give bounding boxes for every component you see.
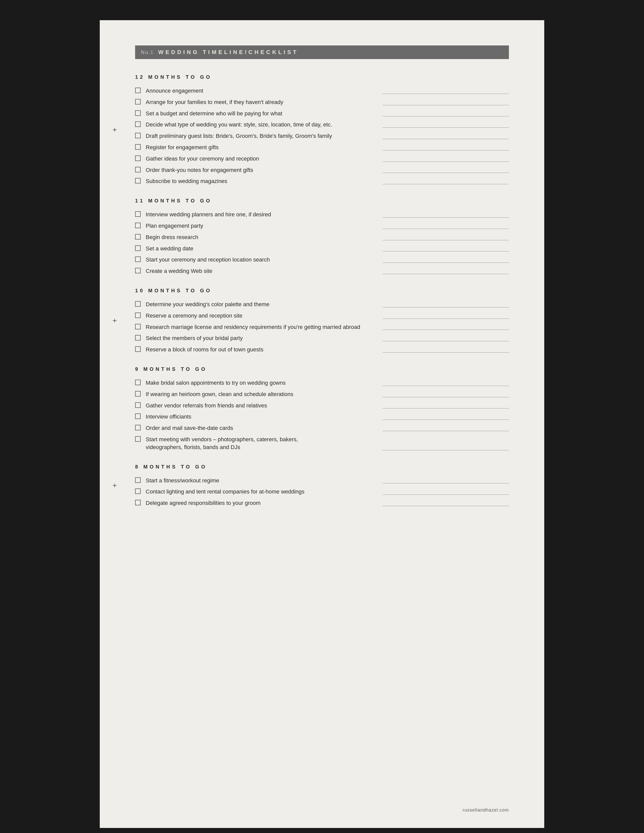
item-text: Reserve a block of rooms for out of town… [146,346,375,354]
checklist-item: Draft preliminary guest lists: Bride's, … [135,132,509,140]
checkbox[interactable] [135,178,141,183]
checkbox[interactable] [135,380,141,385]
item-text: Research marriage license and residency … [146,323,375,331]
item-text: Arrange for your families to meet, if th… [146,98,375,106]
item-line [383,240,509,240]
page: No.1 WEDDING TIMELINE/CHECKLIST +12 MONT… [100,20,544,828]
item-text: Decide what type of wedding you want: st… [146,121,375,129]
item-text: Begin dress research [146,233,375,241]
checkbox[interactable] [135,245,141,251]
checklist-item: Reserve a ceremony and reception site [135,312,509,320]
checklist-item: If wearing an heirloom gown, clean and s… [135,391,509,398]
item-text: If wearing an heirloom gown, clean and s… [146,391,375,398]
plus-icon[interactable]: + [113,125,117,135]
item-text: Determine your wedding's color palette a… [146,301,375,309]
section-12-months: +12 MONTHS TO GOAnnounce engagementArran… [135,74,509,185]
checklist-item: Select the members of your bridal party [135,334,509,342]
checklist-item: Interview officiants [135,413,509,421]
checkbox[interactable] [135,234,141,240]
item-text: Announce engagement [146,87,375,95]
checklist-item: Start meeting with vendors – photographe… [135,436,509,451]
item-line [383,420,509,420]
section-heading-10-months: 10 MONTHS TO GO [135,288,509,294]
checklist-item: Gather vendor referrals from friends and… [135,402,509,410]
item-line [383,341,509,341]
item-text: Delegate agreed responsibilities to your… [146,499,375,507]
checkbox[interactable] [135,402,141,408]
item-text: Select the members of your bridal party [146,334,375,342]
header-title: WEDDING TIMELINE/CHECKLIST [158,49,298,56]
item-line [383,116,509,116]
section-9-months: 9 MONTHS TO GOMake bridal salon appointm… [135,366,509,451]
checklist-item: Contact lighting and tent rental compani… [135,488,509,496]
item-text: Order thank-you notes for engagement gif… [146,166,375,174]
header-bar: No.1 WEDDING TIMELINE/CHECKLIST [135,45,509,59]
item-line [383,408,509,408]
checkbox[interactable] [135,489,141,494]
checkbox[interactable] [135,99,141,105]
item-line [383,318,509,319]
sections-container: +12 MONTHS TO GOAnnounce engagementArran… [135,74,509,507]
item-text: Interview officiants [146,413,375,421]
item-line [383,105,509,105]
checkbox[interactable] [135,167,141,172]
checkbox[interactable] [135,156,141,161]
checkbox[interactable] [135,133,141,138]
checkbox[interactable] [135,346,141,352]
item-text: Make bridal salon appointments to try on… [146,379,375,387]
checkbox[interactable] [135,88,141,93]
checklist-item: Delegate agreed responsibilities to your… [135,499,509,507]
item-line [383,450,509,450]
item-line [383,127,509,128]
section-heading-12-months: 12 MONTHS TO GO [135,74,509,80]
checkbox[interactable] [135,324,141,330]
checkbox[interactable] [135,268,141,273]
header-no: No.1 [141,49,153,56]
checkbox[interactable] [135,335,141,341]
item-text: Start your ceremony and reception locati… [146,256,375,264]
item-line [383,139,509,139]
item-text: Draft preliminary guest lists: Bride's, … [146,132,375,140]
item-text: Start meeting with vendors – photographe… [146,436,375,451]
checkbox[interactable] [135,223,141,228]
checklist-item: Reserve a block of rooms for out of town… [135,346,509,354]
checkbox[interactable] [135,477,141,483]
item-line [383,307,509,307]
checklist-item: Order thank-you notes for engagement gif… [135,166,509,174]
checklist-item: Set a wedding date [135,245,509,252]
checkbox[interactable] [135,312,141,318]
checkbox[interactable] [135,391,141,397]
checkbox[interactable] [135,256,141,262]
checkbox[interactable] [135,500,141,505]
checkbox[interactable] [135,110,141,116]
checklist-item: Subscribe to wedding magazines [135,177,509,185]
item-text: Gather vendor referrals from friends and… [146,402,375,410]
section-heading-11-months: 11 MONTHS TO GO [135,198,509,204]
checkbox[interactable] [135,211,141,217]
item-line [383,274,509,274]
checklist-item: Interview wedding planners and hire one,… [135,211,509,219]
plus-icon[interactable]: + [113,481,117,490]
item-text: Register for engagement gifts [146,144,375,151]
checkbox[interactable] [135,144,141,150]
item-text: Set a budget and determine who will be p… [146,110,375,117]
item-line [383,397,509,397]
item-line [383,386,509,386]
plus-icon[interactable]: + [113,316,117,325]
checkbox[interactable] [135,301,141,307]
checklist-item: Set a budget and determine who will be p… [135,110,509,117]
checklist-item: Research marriage license and residency … [135,323,509,331]
checklist-item: Plan engagement party [135,222,509,230]
checklist-item: Create a wedding Web site [135,267,509,275]
item-text: Plan engagement party [146,222,375,230]
checklist-item: Make bridal salon appointments to try on… [135,379,509,387]
checkbox[interactable] [135,436,141,442]
checkbox[interactable] [135,413,141,419]
checklist-item: Determine your wedding's color palette a… [135,301,509,309]
checklist-item: Arrange for your families to meet, if th… [135,98,509,106]
item-line [383,184,509,184]
checklist-item: Gather ideas for your ceremony and recep… [135,155,509,163]
checklist-item: Order and mail save-the-date cards [135,425,509,432]
checkbox[interactable] [135,425,141,430]
checkbox[interactable] [135,121,141,127]
